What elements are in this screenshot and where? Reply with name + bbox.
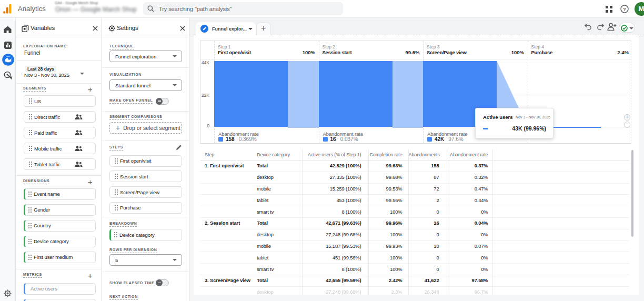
svg-text:?: ? — [623, 6, 626, 12]
